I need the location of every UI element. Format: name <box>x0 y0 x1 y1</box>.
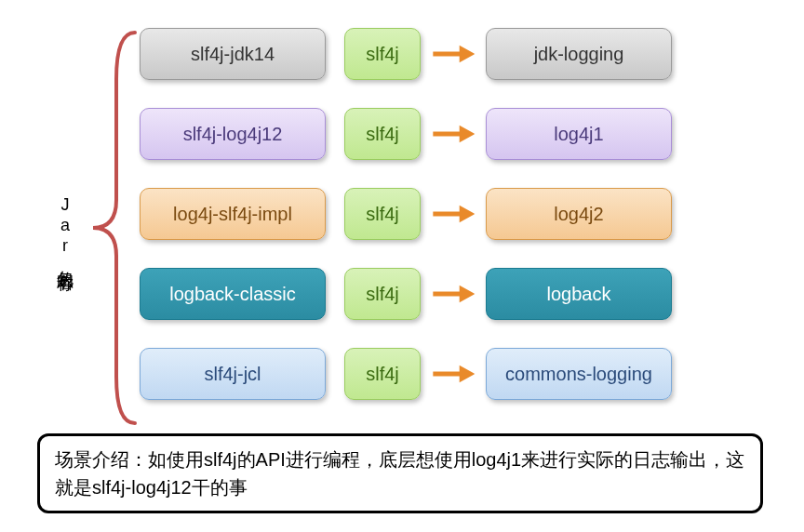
svg-marker-9 <box>460 366 476 382</box>
target-box: log4j1 <box>486 108 672 160</box>
slf4j-box: slf4j <box>344 188 421 240</box>
brace-icon <box>84 28 140 428</box>
target-box: jdk-logging <box>486 28 672 80</box>
jar-box: slf4j-jdk14 <box>140 28 326 80</box>
jar-box: slf4j-log4j12 <box>140 108 326 160</box>
diagram-row: slf4j-log4j12slf4jlog4j1 <box>140 108 754 160</box>
arrow-icon <box>430 200 476 228</box>
arrow-icon <box>430 280 476 308</box>
target-box: log4j2 <box>486 188 672 240</box>
diagram-row: logback-classicslf4jlogback <box>140 268 754 320</box>
arrow-icon <box>430 360 476 388</box>
diagram-row: log4j-slf4j-implslf4jlog4j2 <box>140 188 754 240</box>
caption-box: 场景介绍：如使用slf4j的API进行编程，底层想使用log4j1来进行实际的日… <box>37 433 763 513</box>
diagram-row: slf4j-jdk14slf4jjdk-logging <box>140 28 754 80</box>
svg-marker-5 <box>460 206 476 222</box>
arrow-icon <box>430 40 476 68</box>
arrow-icon <box>430 120 476 148</box>
svg-marker-7 <box>460 286 476 302</box>
target-box: commons-logging <box>486 348 672 400</box>
slf4j-box: slf4j <box>344 108 421 160</box>
svg-marker-3 <box>460 126 476 142</box>
slf4j-box: slf4j <box>344 348 421 400</box>
target-box: logback <box>486 268 672 320</box>
jar-box: slf4j-jcl <box>140 348 326 400</box>
svg-marker-1 <box>460 46 476 62</box>
slf4j-box: slf4j <box>344 28 421 80</box>
jar-box: logback-classic <box>140 268 326 320</box>
vertical-label: Jar包的名称 <box>54 195 76 264</box>
diagram-rows: slf4j-jdk14slf4jjdk-loggingslf4j-log4j12… <box>140 28 754 400</box>
diagram-row: slf4j-jclslf4jcommons-logging <box>140 348 754 400</box>
slf4j-box: slf4j <box>344 268 421 320</box>
jar-box: log4j-slf4j-impl <box>140 188 326 240</box>
